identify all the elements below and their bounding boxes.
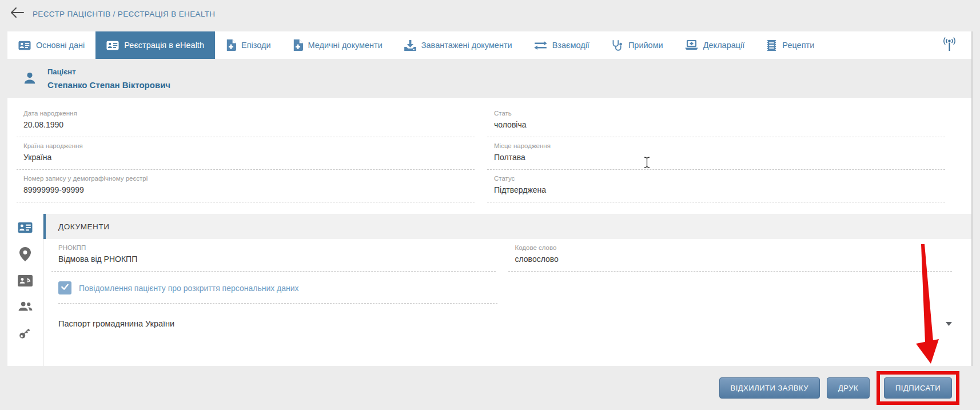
tab-label: Завантажені документи [421, 41, 512, 50]
sidebar-item-location[interactable] [19, 247, 31, 261]
disclosure-checkbox[interactable] [58, 281, 71, 294]
sidebar-item-people[interactable] [18, 300, 33, 312]
field-gender: Стать чоловіча [487, 105, 945, 137]
tab-interactions[interactable]: Взаємодії [523, 31, 600, 59]
file-plus-icon [293, 39, 303, 51]
tab-label: Взаємодії [552, 41, 589, 50]
passport-accordion[interactable]: Паспорт громадянина України [43, 304, 971, 328]
patient-fields: Дата народження 20.08.1990 Стать чоловіч… [7, 98, 971, 214]
top-bar: РЕЄСТР ПАЦІЄНТІВ / РЕЄСТРАЦІЯ В EHEALTH [0, 0, 980, 31]
field-label: Місце народження [494, 142, 945, 149]
tab-episodes[interactable]: Епізоди [215, 31, 282, 59]
breadcrumb[interactable]: РЕЄСТР ПАЦІЄНТІВ / РЕЄСТРАЦІЯ В EHEALTH [33, 10, 215, 18]
tab-bar: Основні дані Реєстрація в eHealth Епізод… [7, 31, 971, 59]
tab-label: Декларації [703, 41, 745, 50]
sidebar-item-key[interactable] [18, 326, 32, 340]
field-value: 89999999-99999 [23, 185, 475, 194]
tab-label: Прийоми [628, 41, 663, 50]
patient-label: Пацієнт [47, 67, 170, 76]
annotation-highlight-box: ПІДПИСАТИ [877, 371, 959, 405]
id-card-icon [106, 41, 119, 50]
tab-label: Рецепти [782, 41, 814, 50]
swap-arrows-icon [534, 41, 547, 50]
laptop-plus-icon [685, 40, 698, 51]
arrow-left-icon [10, 7, 24, 21]
tab-basic-data[interactable]: Основні дані [7, 31, 95, 59]
back-button[interactable] [10, 7, 24, 21]
field-birth-country: Країна народження Україна [17, 137, 475, 170]
field-label: Статус [494, 175, 945, 182]
documents-title: ДОКУМЕНТИ [58, 222, 110, 231]
field-label: Стать [494, 110, 945, 117]
field-value: Підтверджена [494, 185, 945, 194]
disclosure-checkbox-row: Повідомлення пацієнту про розкриття перс… [58, 281, 497, 304]
tab-label: Реєстрація в eHealth [124, 41, 204, 50]
field-label: Кодове слово [515, 244, 953, 251]
field-rnokpp: РНОКПП Відмова від РНОКПП [51, 239, 496, 272]
tab-label: Основні дані [36, 41, 85, 50]
field-status: Статус Підтверджена [487, 170, 945, 202]
tab-declarations[interactable]: Декларації [674, 31, 756, 59]
documents-area: ДОКУМЕНТИ РНОКПП Відмова від РНОКПП Кодо… [7, 214, 971, 366]
passport-label: Паспорт громадянина України [58, 319, 174, 328]
file-plus-icon [226, 39, 236, 51]
tab-ehealth-registration[interactable]: Реєстрація в eHealth [95, 31, 215, 59]
person-icon [22, 71, 37, 86]
tab-uploaded-documents[interactable]: Завантажені документи [393, 31, 523, 59]
check-icon [61, 282, 69, 293]
field-value: словослово [515, 254, 953, 264]
tab-label: Епізоди [241, 41, 271, 50]
disclosure-checkbox-label: Повідомлення пацієнту про розкриття перс… [79, 284, 299, 293]
documents-content: ДОКУМЕНТИ РНОКПП Відмова від РНОКПП Кодо… [43, 214, 971, 366]
field-registry-number: Номер запису у демографічному реєстрі 89… [17, 170, 475, 202]
field-value: Україна [23, 153, 475, 162]
field-label: Дата народження [23, 110, 475, 117]
sidebar-item-id-card[interactable] [18, 222, 33, 233]
field-value: Полтава [494, 153, 945, 162]
id-card-icon [18, 41, 31, 50]
section-icon-rail [7, 214, 43, 366]
reject-application-button[interactable]: ВІДХИЛИТИ ЗАЯВКУ [719, 377, 820, 399]
print-button[interactable]: ДРУК [827, 377, 870, 399]
tab-appointments[interactable]: Прийоми [600, 31, 674, 59]
field-birth-place: Місце народження Полтава [487, 137, 945, 170]
field-label: Країна народження [23, 142, 475, 149]
tab-prescriptions[interactable]: Рецепти [755, 31, 825, 59]
tab-medical-documents[interactable]: Медичні документи [282, 31, 393, 59]
main-card: Основні дані Реєстрація в eHealth Епізод… [7, 31, 973, 366]
sign-button[interactable]: ПІДПИСАТИ [884, 377, 952, 399]
field-value: Відмова від РНОКПП [58, 254, 496, 264]
field-birth-date: Дата народження 20.08.1990 [17, 105, 475, 137]
receipt-icon [766, 40, 777, 51]
footer-action-bar: ВІДХИЛИТИ ЗАЯВКУ ДРУК ПІДПИСАТИ [0, 366, 980, 409]
chevron-down-icon[interactable] [946, 322, 952, 326]
field-code-word: Кодове слово словослово [508, 239, 953, 272]
download-icon [404, 40, 416, 51]
field-label: Номер запису у демографічному реєстрі [23, 175, 475, 182]
patient-banner: Пацієнт Степанко Степан Вікторович [7, 59, 971, 98]
patient-name: Степанко Степан Вікторович [47, 80, 170, 90]
antenna-icon[interactable] [942, 36, 957, 55]
field-value: чоловіча [494, 120, 945, 129]
documents-section-header: ДОКУМЕНТИ [43, 214, 971, 239]
field-value: 20.08.1990 [23, 120, 475, 129]
field-label: РНОКПП [58, 244, 496, 251]
tab-label: Медичні документи [308, 41, 383, 50]
sidebar-item-contact-card[interactable] [18, 275, 33, 286]
stethoscope-icon [611, 39, 623, 51]
